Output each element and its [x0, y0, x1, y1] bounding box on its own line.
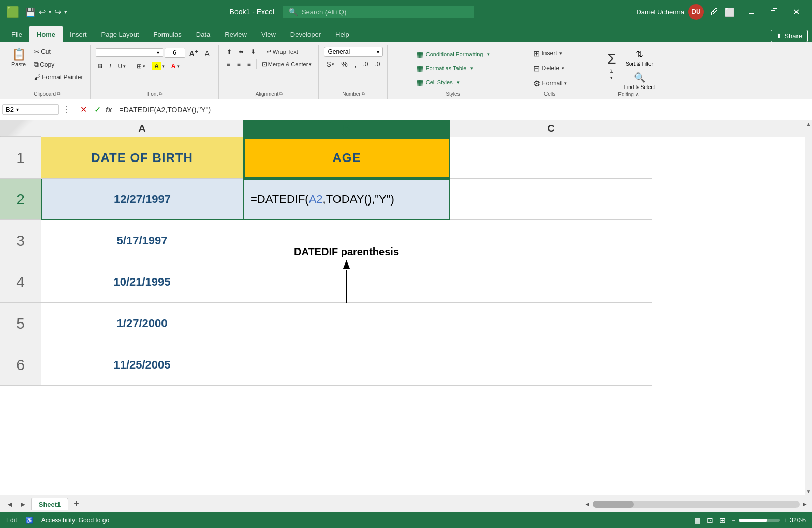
col-header-c[interactable]: C	[450, 120, 652, 137]
col-header-a[interactable]: A	[41, 120, 243, 137]
insert-button[interactable]: ⊞ Insert ▾	[530, 47, 570, 60]
undo-icon[interactable]: ↩	[39, 7, 46, 17]
hscroll-thumb[interactable]	[593, 501, 634, 508]
percent-button[interactable]: %	[338, 59, 350, 69]
cell-b5[interactable]	[243, 303, 450, 344]
cell-b6[interactable]	[243, 344, 450, 386]
bold-button[interactable]: B	[96, 62, 106, 71]
redo-icon[interactable]: ↪	[54, 7, 61, 17]
tab-data[interactable]: Data	[189, 26, 217, 42]
number-expand-icon[interactable]: ⧉	[362, 91, 365, 97]
delete-button[interactable]: ⊟ Delete ▾	[530, 62, 570, 75]
vertical-scrollbar[interactable]: ▲ ▼	[805, 120, 812, 495]
cell-a1[interactable]: DATE OF BIRTH	[41, 137, 243, 179]
font-color-dropdown-icon[interactable]: ▾	[177, 64, 180, 69]
cell-styles-dropdown-icon[interactable]: ▾	[457, 80, 460, 85]
nav-left-icon[interactable]: ◄	[4, 500, 16, 508]
row-num-1[interactable]: 1	[0, 137, 41, 179]
cell-b2[interactable]: =DATEDIF(A2,TODAY(),"Y")	[243, 179, 450, 220]
confirm-formula-button[interactable]: ✓	[92, 104, 104, 115]
cell-styles-button[interactable]: ▦ Cell Styles ▾	[414, 77, 492, 89]
borders-dropdown-icon[interactable]: ▾	[143, 64, 145, 69]
font-color-button[interactable]: A ▾	[169, 62, 182, 71]
scroll-down-button[interactable]: ▼	[805, 488, 812, 495]
cell-c3[interactable]	[450, 220, 652, 261]
col-header-b[interactable]: B	[243, 120, 450, 137]
tab-home[interactable]: Home	[29, 26, 63, 42]
autosum-dropdown-icon[interactable]: ▾	[610, 75, 613, 80]
restore-button[interactable]: 🗗	[764, 0, 785, 24]
cell-c4[interactable]	[450, 261, 652, 303]
cell-a4[interactable]: 10/21/1995	[41, 261, 243, 303]
cell-c6[interactable]	[450, 344, 652, 386]
decrease-decimal-button[interactable]: .0	[373, 60, 383, 69]
tab-developer[interactable]: Developer	[283, 26, 328, 42]
cell-a3[interactable]: 5/17/1997	[41, 220, 243, 261]
copy-button[interactable]: ⧉ Copy	[31, 59, 85, 70]
user-avatar[interactable]: DU	[688, 4, 704, 20]
font-name-dropdown[interactable]: ▾	[96, 48, 163, 57]
cell-a2[interactable]: 12/27/1997	[41, 179, 243, 220]
normal-view-icon[interactable]: ▦	[694, 516, 701, 524]
cell-c1[interactable]	[450, 137, 652, 179]
options-icon[interactable]: ⋮	[59, 105, 73, 114]
font-size-dropdown[interactable]: 6	[165, 48, 185, 58]
align-middle-button[interactable]: ⬌	[236, 47, 246, 56]
row-num-2[interactable]: 2	[0, 179, 41, 220]
align-right-button[interactable]: ≡	[245, 60, 254, 69]
number-format-dropdown-icon[interactable]: ▾	[377, 49, 379, 55]
italic-button[interactable]: I	[107, 62, 113, 71]
find-select-label[interactable]: Find & Select	[624, 84, 655, 90]
cell-b1[interactable]: AGE	[243, 137, 450, 179]
save-icon[interactable]: 💾	[25, 7, 36, 17]
zoom-in-icon[interactable]: +	[783, 517, 787, 524]
row-num-3[interactable]: 3	[0, 220, 41, 261]
format-dropdown-icon[interactable]: ▾	[564, 81, 567, 86]
wrap-text-button[interactable]: ↵Wrap Text	[264, 47, 301, 56]
currency-button[interactable]: $▾	[324, 59, 337, 69]
conditional-formatting-dropdown-icon[interactable]: ▾	[487, 52, 490, 57]
customize-ribbon-icon[interactable]: 🖊	[710, 7, 718, 17]
merge-center-button[interactable]: ⊡Merge & Center▾	[259, 60, 315, 69]
tab-formulas[interactable]: Formulas	[146, 26, 189, 42]
cell-b3[interactable]	[243, 220, 450, 261]
tab-review[interactable]: Review	[217, 26, 254, 42]
format-painter-button[interactable]: 🖌 Format Painter	[31, 72, 85, 82]
font-name-dropdown-icon[interactable]: ▾	[157, 50, 159, 55]
fill-color-dropdown-icon[interactable]: ▾	[162, 64, 165, 69]
cut-button[interactable]: ✂ Cut	[31, 47, 85, 57]
sort-filter-label[interactable]: Sort & Filter	[626, 61, 653, 67]
page-layout-view-icon[interactable]: ⊡	[707, 516, 713, 524]
nav-right-icon[interactable]: ►	[18, 500, 29, 508]
formula-input[interactable]	[116, 106, 810, 114]
font-expand-icon[interactable]: ⧉	[159, 91, 162, 97]
format-as-table-dropdown-icon[interactable]: ▾	[470, 66, 473, 71]
delete-dropdown-icon[interactable]: ▾	[562, 66, 564, 71]
collapse-ribbon-icon[interactable]: ∧	[635, 91, 639, 98]
search-box[interactable]: 🔍 Search (Alt+Q)	[283, 6, 474, 18]
undo-dropdown-icon[interactable]: ▾	[49, 9, 51, 15]
paste-button[interactable]: 📋 Paste	[8, 47, 29, 69]
number-format-dropdown[interactable]: General ▾	[324, 47, 382, 57]
zoom-slider[interactable]	[739, 519, 780, 522]
scroll-track[interactable]	[805, 127, 812, 488]
autosum-button[interactable]: Σ Σ ▾	[602, 49, 621, 82]
comma-button[interactable]: ,	[352, 59, 359, 69]
conditional-formatting-button[interactable]: ▦ Conditional Formatting ▾	[414, 49, 492, 61]
cell-a5[interactable]: 1/27/2000	[41, 303, 243, 344]
increase-font-button[interactable]: A+	[187, 47, 201, 59]
close-button[interactable]: ✕	[787, 0, 806, 24]
hscroll-left-button[interactable]: ◄	[584, 501, 590, 508]
format-button[interactable]: ⚙ Format ▾	[530, 77, 570, 90]
align-top-button[interactable]: ⬆	[224, 47, 234, 56]
tab-help[interactable]: Help	[328, 26, 357, 42]
hscroll-right-button[interactable]: ►	[802, 501, 808, 508]
share-button[interactable]: ⬆ Share	[771, 30, 808, 42]
cell-a6[interactable]: 11/25/2005	[41, 344, 243, 386]
scroll-up-button[interactable]: ▲	[805, 120, 812, 127]
page-break-view-icon[interactable]: ⊞	[719, 516, 726, 524]
borders-button[interactable]: ⊞ ▾	[134, 62, 148, 71]
alignment-expand-icon[interactable]: ⧉	[279, 91, 283, 97]
sheet-tab-sheet1[interactable]: Sheet1	[31, 498, 69, 510]
underline-dropdown-icon[interactable]: ▾	[123, 64, 126, 69]
